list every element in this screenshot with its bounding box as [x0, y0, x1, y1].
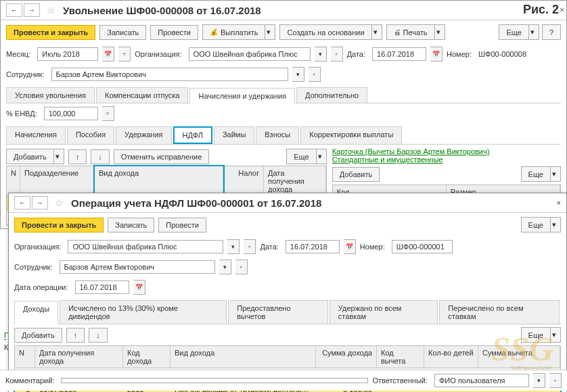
emp-dd-2[interactable]: ▾: [219, 260, 231, 274]
back-button-2[interactable]: ←: [14, 196, 30, 210]
subtab-ndfl[interactable]: НДФЛ: [173, 126, 212, 144]
create-based-dropdown[interactable]: ▾: [371, 24, 382, 40]
col-deductcode: Код вычета: [377, 346, 424, 368]
employee-dropdown-icon[interactable]: ▾: [292, 67, 304, 82]
org-dropdown-icon[interactable]: ▾: [315, 47, 327, 62]
tab-income[interactable]: Доходы: [14, 301, 58, 324]
org-input-2[interactable]: ООО Швейная фабрика Плюс: [68, 240, 223, 253]
up-button[interactable]: ↑: [68, 149, 87, 164]
post-close-button[interactable]: Провести и закрыть: [6, 25, 95, 40]
add-button[interactable]: Добавить: [6, 149, 53, 164]
tab-withheld[interactable]: Удержано по всем ставкам: [330, 300, 438, 324]
more2-dropdown[interactable]: ▾: [550, 166, 561, 182]
opdate-input[interactable]: 16.07.2018: [75, 280, 129, 294]
save-button[interactable]: Записать: [99, 25, 146, 40]
post-close-button-2[interactable]: Провести и закрыть: [14, 218, 104, 232]
more-button[interactable]: Еще: [499, 24, 528, 40]
org-input[interactable]: ООО Швейная фабрика Плюс: [189, 47, 311, 61]
resp-dd[interactable]: ▾: [533, 373, 545, 388]
employee-input[interactable]: Барзов Артем Викторович: [51, 68, 288, 81]
col-tax: Налог: [223, 166, 264, 196]
tab-conditions[interactable]: Условия увольнения: [6, 87, 95, 103]
save-button-2[interactable]: Записать: [108, 218, 154, 232]
forward-button-2[interactable]: →: [32, 196, 48, 210]
col-date-2: Дата получения дохода: [35, 346, 123, 368]
close-icon[interactable]: ×: [560, 5, 564, 15]
post-button-2[interactable]: Провести: [158, 218, 206, 232]
more-dropdown[interactable]: ▾: [528, 24, 539, 40]
col-n-2: N: [15, 346, 35, 368]
month-input[interactable]: Июль 2018: [37, 47, 98, 61]
comment-input[interactable]: [61, 378, 368, 383]
subtab-deductions[interactable]: Удержания: [116, 126, 171, 144]
more-dropdown-2[interactable]: ▾: [550, 217, 561, 232]
date-input-2[interactable]: 16.07.2018: [286, 240, 340, 253]
add-button-2[interactable]: Добавить: [14, 328, 62, 343]
window-title: Увольнение ШФ00-000008 от 16.07.2018: [63, 5, 261, 16]
employee-label-2: Сотрудник:: [14, 263, 53, 271]
opdate-cal[interactable]: 📅: [133, 280, 145, 295]
forward-button[interactable]: →: [24, 3, 40, 17]
col-dept: Подразделение: [20, 166, 95, 196]
print-icon: 🖨: [394, 28, 401, 36]
down-button-2[interactable]: ↓: [89, 328, 108, 343]
subtab-contributions[interactable]: Взносы: [256, 126, 299, 144]
org-open-icon[interactable]: ▫: [331, 47, 343, 62]
more-button-2[interactable]: Еще: [521, 217, 550, 232]
date-calendar-icon[interactable]: 📅: [430, 47, 443, 62]
close-icon-2[interactable]: ×: [557, 199, 561, 207]
star-icon-2[interactable]: ☆: [52, 196, 66, 210]
date-input[interactable]: 16.07.2018: [372, 47, 426, 61]
tab-accruals[interactable]: Начисления и удержания: [189, 88, 295, 103]
emp-open-2[interactable]: ▫: [235, 260, 248, 274]
figure-label: Рис. 2: [523, 3, 559, 17]
employee-input-2[interactable]: Барзов Артем Викторович: [60, 260, 215, 274]
add2-button[interactable]: Добавить: [332, 167, 380, 182]
subtab-accruals[interactable]: Начисления: [6, 126, 66, 144]
tab-calc13[interactable]: Исчислено по 13% (30%) кроме дивидендов: [60, 300, 227, 324]
pay-button[interactable]: 💰Выплатить: [202, 24, 265, 40]
pay-dropdown[interactable]: ▾: [265, 24, 275, 40]
post-button[interactable]: Провести: [150, 25, 198, 40]
envd-stepper[interactable]: ÷: [102, 106, 114, 121]
date-cal-2[interactable]: 📅: [344, 239, 356, 254]
resp-open[interactable]: ▫: [549, 373, 562, 388]
star-icon[interactable]: ☆: [44, 3, 58, 17]
tab-deductions[interactable]: Предоставлено вычетов: [228, 300, 328, 324]
tab-compensations[interactable]: Компенсации отпуска: [96, 87, 188, 103]
subtab-corrections[interactable]: Корректировки выплаты: [300, 126, 402, 144]
cancel-fix-button[interactable]: Отменить исправление: [114, 149, 210, 164]
sub-more-2[interactable]: Еще: [521, 327, 550, 343]
help-button[interactable]: ?: [542, 24, 561, 40]
responsible-input[interactable]: ФИО пользователя: [434, 374, 529, 387]
card-link[interactable]: Карточка (Вычеты Барзов Артем Викторович…: [332, 147, 490, 155]
envd-input[interactable]: 100,000: [44, 107, 98, 120]
sub-more-button[interactable]: Еще: [286, 149, 315, 164]
print-dropdown[interactable]: ▾: [434, 24, 445, 40]
employee-open-icon[interactable]: ▫: [309, 67, 321, 82]
responsible-label: Ответственный:: [372, 376, 428, 385]
print-button[interactable]: 🖨Печать: [386, 24, 434, 40]
standard-link[interactable]: Стандартные и имущественные: [332, 155, 443, 164]
number-label-2: Номер:: [360, 243, 385, 251]
more2-button[interactable]: Еще: [521, 166, 550, 182]
up-button-2[interactable]: ↑: [66, 328, 85, 343]
down-button[interactable]: ↓: [91, 149, 110, 164]
number-value: ШФ00-000008: [478, 50, 526, 58]
subtab-loans[interactable]: Займы: [214, 126, 254, 144]
col-n: N: [7, 166, 20, 196]
org-open-2[interactable]: ▫: [244, 239, 256, 254]
back-button[interactable]: ←: [6, 3, 22, 17]
create-based-button[interactable]: Создать на основании: [279, 24, 371, 40]
subtab-benefits[interactable]: Пособия: [67, 126, 114, 144]
sub-more-dropdown[interactable]: ▾: [316, 149, 327, 164]
add-dropdown[interactable]: ▾: [53, 149, 64, 164]
org-dd-2[interactable]: ▾: [227, 239, 240, 254]
month-stepper[interactable]: ÷: [118, 47, 131, 62]
sub-tabs: Начисления Пособия Удержания НДФЛ Займы …: [6, 126, 561, 145]
tab-additional[interactable]: Дополнительно: [296, 87, 367, 103]
tab-transferred[interactable]: Перечислено по всем ставкам: [439, 300, 560, 324]
month-calendar-icon[interactable]: 📅: [102, 47, 114, 62]
number-input-2[interactable]: ШФ00-000001: [392, 240, 453, 253]
sub-more-dd-2[interactable]: ▾: [550, 327, 561, 343]
